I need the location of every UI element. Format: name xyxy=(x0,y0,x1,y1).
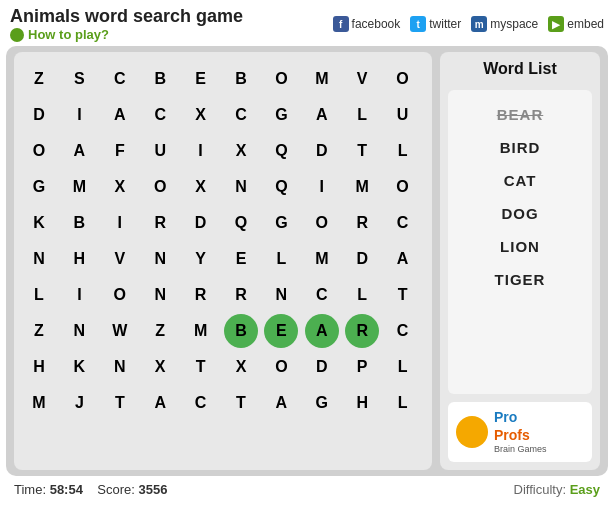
grid-cell[interactable]: C xyxy=(386,206,420,240)
grid-cell[interactable]: H xyxy=(62,242,96,276)
grid-cell[interactable]: T xyxy=(184,350,218,384)
grid-cell[interactable]: A xyxy=(143,386,177,420)
grid-cell[interactable]: E xyxy=(184,62,218,96)
grid-cell[interactable]: O xyxy=(305,206,339,240)
grid-cell[interactable]: X xyxy=(143,350,177,384)
grid-cell[interactable]: N xyxy=(143,278,177,312)
grid-cell[interactable]: R xyxy=(224,278,258,312)
embed-link[interactable]: ▶ embed xyxy=(548,16,604,32)
grid-cell[interactable]: M xyxy=(305,62,339,96)
grid-cell[interactable]: X xyxy=(224,350,258,384)
grid-cell[interactable]: K xyxy=(62,350,96,384)
grid-cell[interactable]: L xyxy=(264,242,298,276)
grid-cell[interactable]: N xyxy=(264,278,298,312)
grid-cell[interactable]: M xyxy=(184,314,218,348)
grid-cell[interactable]: B xyxy=(62,206,96,240)
grid-cell[interactable]: Z xyxy=(143,314,177,348)
grid-cell[interactable]: B xyxy=(224,62,258,96)
grid-cell[interactable]: X xyxy=(103,170,137,204)
grid-cell[interactable]: I xyxy=(62,278,96,312)
grid-cell[interactable]: J xyxy=(62,386,96,420)
grid-cell[interactable]: Z xyxy=(22,314,56,348)
proprofs-logo[interactable]: ProProfs Brain Games xyxy=(448,402,592,462)
grid-cell[interactable]: O xyxy=(386,170,420,204)
grid-cell[interactable]: U xyxy=(386,98,420,132)
grid-cell[interactable]: N xyxy=(143,242,177,276)
grid-cell[interactable]: Q xyxy=(264,134,298,168)
grid-cell[interactable]: N xyxy=(22,242,56,276)
grid-cell[interactable]: O xyxy=(386,62,420,96)
grid-cell[interactable]: F xyxy=(103,134,137,168)
grid-cell[interactable]: T xyxy=(345,134,379,168)
grid-cell[interactable]: O xyxy=(264,350,298,384)
grid-cell[interactable]: T xyxy=(224,386,258,420)
grid-cell[interactable]: G xyxy=(305,386,339,420)
grid-cell[interactable]: B xyxy=(224,314,258,348)
grid-cell[interactable]: L xyxy=(386,350,420,384)
grid-cell[interactable]: C xyxy=(386,314,420,348)
grid-cell[interactable]: M xyxy=(22,386,56,420)
facebook-link[interactable]: f facebook xyxy=(333,16,401,32)
grid-cell[interactable]: G xyxy=(264,98,298,132)
grid-cell[interactable]: C xyxy=(305,278,339,312)
grid-cell[interactable]: A xyxy=(264,386,298,420)
grid-cell[interactable]: B xyxy=(143,62,177,96)
grid-cell[interactable]: W xyxy=(103,314,137,348)
grid-cell[interactable]: H xyxy=(22,350,56,384)
grid-cell[interactable]: I xyxy=(305,170,339,204)
grid-cell[interactable]: V xyxy=(103,242,137,276)
grid-cell[interactable]: D xyxy=(184,206,218,240)
grid-cell[interactable]: O xyxy=(143,170,177,204)
grid-cell[interactable]: A xyxy=(305,98,339,132)
grid-cell[interactable]: I xyxy=(184,134,218,168)
grid-cell[interactable]: S xyxy=(62,62,96,96)
grid-cell[interactable]: R xyxy=(345,314,379,348)
grid-cell[interactable]: M xyxy=(62,170,96,204)
grid-cell[interactable]: Y xyxy=(184,242,218,276)
grid-cell[interactable]: N xyxy=(62,314,96,348)
grid-cell[interactable]: Q xyxy=(224,206,258,240)
grid-cell[interactable]: M xyxy=(305,242,339,276)
grid-cell[interactable]: Q xyxy=(264,170,298,204)
grid-cell[interactable]: A xyxy=(103,98,137,132)
grid-cell[interactable]: I xyxy=(62,98,96,132)
grid-cell[interactable]: L xyxy=(386,134,420,168)
grid-cell[interactable]: I xyxy=(103,206,137,240)
grid-cell[interactable]: E xyxy=(264,314,298,348)
grid-cell[interactable]: X xyxy=(184,170,218,204)
grid-cell[interactable]: X xyxy=(184,98,218,132)
grid-cell[interactable]: R xyxy=(143,206,177,240)
grid-cell[interactable]: H xyxy=(345,386,379,420)
grid-cell[interactable]: E xyxy=(224,242,258,276)
grid-cell[interactable]: C xyxy=(103,62,137,96)
grid-cell[interactable]: G xyxy=(264,206,298,240)
grid-cell[interactable]: T xyxy=(386,278,420,312)
how-to-play-link[interactable]: How to play? xyxy=(10,27,243,42)
grid-cell[interactable]: G xyxy=(22,170,56,204)
grid-cell[interactable]: P xyxy=(345,350,379,384)
grid-cell[interactable]: D xyxy=(22,98,56,132)
grid-cell[interactable]: A xyxy=(62,134,96,168)
grid-cell[interactable]: C xyxy=(224,98,258,132)
grid-cell[interactable]: T xyxy=(103,386,137,420)
grid-cell[interactable]: L xyxy=(386,386,420,420)
grid-cell[interactable]: C xyxy=(143,98,177,132)
grid-cell[interactable]: V xyxy=(345,62,379,96)
grid-cell[interactable]: M xyxy=(345,170,379,204)
grid-cell[interactable]: A xyxy=(386,242,420,276)
grid-cell[interactable]: L xyxy=(22,278,56,312)
grid-cell[interactable]: O xyxy=(22,134,56,168)
grid-cell[interactable]: Z xyxy=(22,62,56,96)
myspace-link[interactable]: m myspace xyxy=(471,16,538,32)
grid-cell[interactable]: O xyxy=(264,62,298,96)
grid-cell[interactable]: U xyxy=(143,134,177,168)
grid-cell[interactable]: L xyxy=(345,98,379,132)
grid-cell[interactable]: N xyxy=(224,170,258,204)
grid-cell[interactable]: R xyxy=(184,278,218,312)
grid-cell[interactable]: R xyxy=(345,206,379,240)
grid-cell[interactable]: N xyxy=(103,350,137,384)
grid-cell[interactable]: D xyxy=(345,242,379,276)
grid-cell[interactable]: O xyxy=(103,278,137,312)
grid-cell[interactable]: D xyxy=(305,134,339,168)
grid-cell[interactable]: L xyxy=(345,278,379,312)
